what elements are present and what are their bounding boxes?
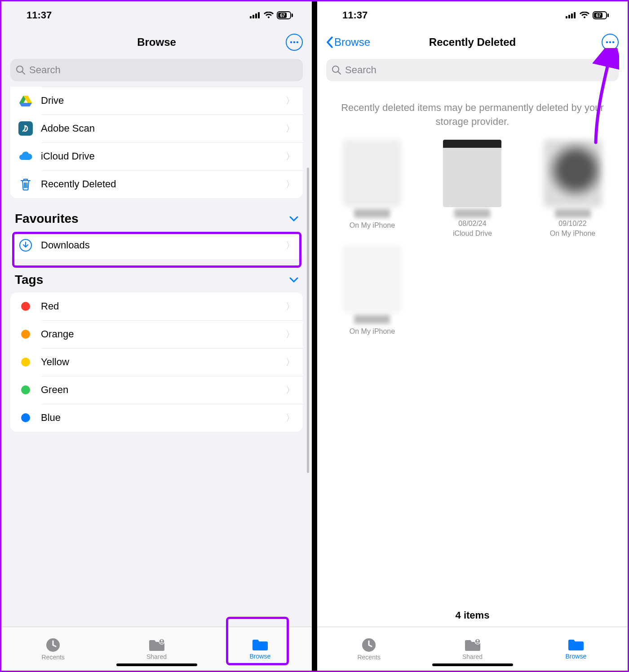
svg-rect-6: [292, 13, 293, 17]
deleted-item[interactable]: 08/02/24 iCloud Drive: [426, 140, 518, 238]
chevron-down-icon: [289, 214, 298, 224]
row-label: Blue: [41, 412, 278, 424]
tags-header[interactable]: Tags: [10, 268, 303, 292]
clock-icon: [361, 637, 377, 653]
item-count: 4 items: [317, 599, 628, 627]
tab-label: Shared: [462, 653, 483, 660]
file-date: 08/02/24: [458, 220, 486, 228]
favourites-list: Downloads 〉: [10, 231, 303, 259]
svg-rect-22: [566, 16, 567, 18]
file-name: [354, 209, 390, 218]
scrollbar[interactable]: [307, 168, 309, 473]
location-row-drive[interactable]: Drive 〉: [10, 87, 303, 115]
file-location: On My iPhone: [350, 221, 395, 230]
status-bar: 11:37 67: [1, 1, 312, 29]
chevron-right-icon: 〉: [286, 95, 295, 107]
more-button[interactable]: [286, 34, 303, 51]
tab-recents[interactable]: Recents: [1, 627, 105, 671]
svg-line-34: [338, 72, 341, 75]
location-row-icloud[interactable]: iCloud Drive 〉: [10, 142, 303, 170]
tab-label: Browse: [566, 653, 587, 660]
deleted-item[interactable]: 09/10/22 On My iPhone: [527, 140, 619, 238]
tab-browse[interactable]: Browse: [524, 627, 628, 671]
tab-recents[interactable]: Recents: [317, 627, 421, 671]
tag-dot-icon: [18, 327, 33, 341]
deleted-item[interactable]: On My iPhone: [326, 140, 418, 238]
screen-browse: 11:37 67 Browse Search Drive 〉: [1, 1, 312, 671]
location-row-adobe[interactable]: Adobe Scan 〉: [10, 115, 303, 142]
clock-icon: [45, 637, 61, 653]
favourite-row-downloads[interactable]: Downloads 〉: [10, 231, 303, 259]
file-name: [454, 209, 490, 218]
tag-row-orange[interactable]: Orange 〉: [10, 320, 303, 348]
content-area: Drive 〉 Adobe Scan 〉 iCloud Drive 〉 Rece…: [1, 87, 312, 627]
status-icons: 67: [566, 11, 609, 19]
row-label: Recently Deleted: [41, 178, 278, 190]
icloud-icon: [18, 149, 33, 164]
download-icon: [18, 238, 33, 252]
svg-rect-24: [571, 13, 573, 18]
tag-row-red[interactable]: Red 〉: [10, 292, 303, 320]
search-icon: [16, 65, 26, 75]
favourites-header[interactable]: Favourites: [10, 207, 303, 231]
row-label: Downloads: [41, 239, 278, 251]
cellular-icon: [250, 12, 261, 18]
file-thumbnail: [343, 140, 401, 207]
file-thumbnail: [544, 140, 602, 207]
tab-label: Recents: [41, 654, 64, 661]
svg-text:67: 67: [280, 13, 285, 18]
tab-label: Shared: [146, 653, 167, 660]
status-icons: 67: [250, 11, 293, 19]
deleted-items-grid: On My iPhone 08/02/24 iCloud Drive 09/10…: [317, 140, 628, 336]
location-row-recently-deleted[interactable]: Recently Deleted 〉: [10, 170, 303, 198]
section-title: Favourites: [15, 212, 79, 226]
chevron-right-icon: 〉: [286, 123, 295, 135]
tag-dot-icon: [18, 299, 33, 314]
back-button[interactable]: Browse: [326, 36, 370, 49]
tab-label: Browse: [250, 653, 271, 660]
svg-line-12: [22, 72, 25, 75]
svg-rect-23: [568, 15, 570, 18]
home-indicator[interactable]: [116, 663, 197, 666]
more-button[interactable]: [602, 34, 619, 51]
svg-marker-16: [19, 103, 32, 106]
tab-browse[interactable]: Browse: [208, 627, 312, 671]
tag-dot-icon: [18, 355, 33, 369]
svg-rect-3: [258, 12, 260, 18]
svg-rect-28: [607, 13, 609, 17]
tag-row-blue[interactable]: Blue 〉: [10, 404, 303, 432]
tag-row-yellow[interactable]: Yellow 〉: [10, 348, 303, 376]
home-indicator[interactable]: [432, 663, 513, 666]
row-label: Drive: [41, 95, 278, 106]
row-label: iCloud Drive: [41, 150, 278, 162]
screenshot-divider: [312, 1, 317, 671]
chevron-right-icon: 〉: [286, 384, 295, 396]
svg-point-9: [293, 41, 295, 43]
chevron-right-icon: 〉: [286, 239, 295, 252]
chevron-right-icon: 〉: [286, 356, 295, 368]
chevron-right-icon: 〉: [286, 412, 295, 424]
nav-bar: Browse: [1, 29, 312, 55]
folder-icon: [567, 638, 585, 652]
wifi-icon: [580, 12, 589, 19]
folder-icon: [252, 638, 269, 652]
search-input[interactable]: Search: [326, 59, 619, 81]
page-title: Recently Deleted: [429, 36, 516, 49]
search-input[interactable]: Search: [10, 59, 303, 81]
file-name: [555, 209, 591, 218]
row-label: Adobe Scan: [41, 123, 278, 134]
svg-point-10: [297, 41, 298, 43]
search-placeholder: Search: [345, 64, 377, 76]
shared-folder-icon: [148, 638, 165, 652]
deleted-item[interactable]: On My iPhone: [326, 246, 418, 336]
chevron-right-icon: 〉: [286, 301, 295, 313]
file-name: [354, 315, 390, 324]
chevron-down-icon: [289, 275, 298, 285]
row-label: Green: [41, 384, 278, 396]
tag-row-green[interactable]: Green 〉: [10, 376, 303, 404]
svg-point-21: [161, 640, 163, 641]
search-icon: [332, 65, 341, 75]
page-title: Browse: [137, 36, 176, 49]
screen-recently-deleted: 11:37 67 Browse Recently Deleted Search …: [317, 1, 628, 671]
svg-rect-0: [250, 16, 252, 18]
